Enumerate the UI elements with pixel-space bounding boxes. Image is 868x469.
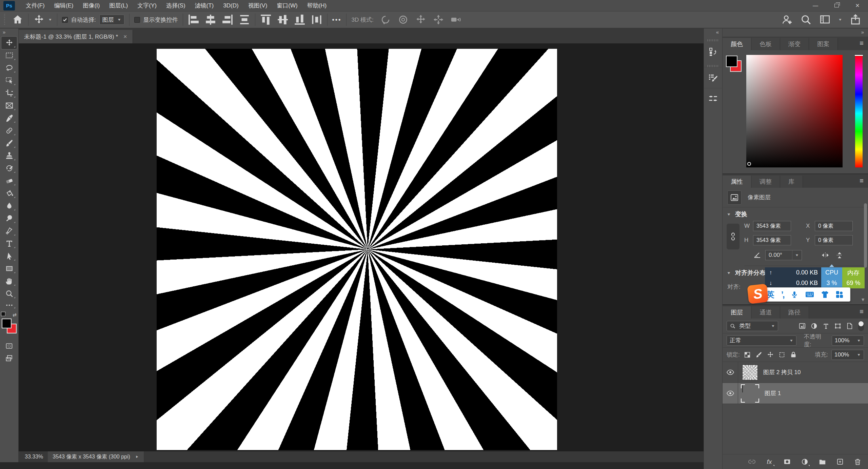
x-field[interactable]: 0 像素 <box>815 221 853 231</box>
tool-rectangular-marquee[interactable] <box>1 49 17 62</box>
tab-swatches[interactable]: 色板 <box>751 38 780 50</box>
delete-layer-icon[interactable] <box>853 457 862 466</box>
menu-item[interactable]: 3D(D) <box>218 0 243 12</box>
tab-gradients[interactable]: 渐变 <box>780 38 809 50</box>
dock-collapse-icon[interactable]: « <box>716 28 722 37</box>
align-horizontal-centers-icon[interactable] <box>205 14 216 25</box>
filter-adjustment-layers-icon[interactable] <box>809 321 819 331</box>
lock-image-pixels-icon[interactable] <box>755 350 763 360</box>
minimize-icon[interactable]: — <box>805 0 826 11</box>
quick-mask-button[interactable] <box>1 340 17 352</box>
tool-crop[interactable] <box>1 87 17 99</box>
tool-blur[interactable] <box>1 200 17 212</box>
link-layers-icon[interactable] <box>747 457 756 466</box>
layer-name[interactable]: 图层 2 拷贝 10 <box>763 368 801 376</box>
history-panel-icon[interactable] <box>704 41 723 62</box>
layer-row-selected[interactable]: 图层 1 <box>723 383 868 404</box>
hue-slider-indicator[interactable] <box>855 55 863 56</box>
panel-menu-icon[interactable]: ≡ <box>860 39 863 47</box>
chevron-down-icon[interactable]: ▼ <box>792 250 802 260</box>
ime-skin-icon[interactable] <box>821 291 829 298</box>
panel-menu-icon[interactable]: ≡ <box>860 308 863 315</box>
menu-item[interactable]: 帮助(H) <box>302 0 332 12</box>
align-top-edges-icon[interactable] <box>260 14 272 25</box>
opacity-dropdown[interactable]: 100% ▼ <box>832 335 864 346</box>
chevron-down-icon[interactable]: ▼ <box>727 212 731 216</box>
3d-orbit-icon[interactable] <box>380 14 391 25</box>
saturation-brightness-picker[interactable] <box>746 55 843 167</box>
link-dimensions-icon[interactable] <box>727 224 739 249</box>
layer-name[interactable]: 图层 1 <box>765 389 781 397</box>
dock-expand-icon[interactable]: » <box>861 28 868 37</box>
new-layer-icon[interactable] <box>835 457 844 466</box>
tool-object-selection[interactable] <box>1 74 17 87</box>
lock-all-icon[interactable] <box>789 350 797 360</box>
height-field[interactable]: 3543 像素 <box>753 235 791 245</box>
more-options-icon[interactable]: ••• <box>332 16 342 23</box>
tool-lasso[interactable] <box>1 62 17 74</box>
width-field[interactable]: 3543 像素 <box>753 221 791 231</box>
tool-move[interactable] <box>1 37 17 49</box>
tool-dodge[interactable] <box>1 212 17 225</box>
document-tab[interactable]: 未标题-1 @ 33.3% (图层 1, RGB/8) * × <box>19 30 133 43</box>
tab-properties[interactable]: 属性 <box>723 176 751 188</box>
tool-paint-bucket[interactable] <box>1 187 17 200</box>
align-bottom-edges-icon[interactable] <box>294 14 305 25</box>
visibility-eye-icon[interactable] <box>723 383 738 404</box>
align-left-edges-icon[interactable] <box>188 14 199 25</box>
chevron-down-icon[interactable]: ▼ <box>838 18 842 22</box>
filter-type-layers-icon[interactable] <box>821 321 831 331</box>
add-layer-mask-icon[interactable] <box>783 457 791 466</box>
menu-item[interactable]: 选择(S) <box>161 0 190 12</box>
screen-mode-button[interactable] <box>1 352 17 364</box>
tool-pen[interactable] <box>1 225 17 237</box>
menu-item[interactable]: 滤镜(T) <box>190 0 219 12</box>
layer-style-fx-icon[interactable]: fx <box>765 457 774 466</box>
brush-settings-panel-icon[interactable] <box>704 67 723 88</box>
fill-dropdown[interactable]: 100% ▼ <box>831 350 864 360</box>
align-right-edges-icon[interactable] <box>222 14 233 25</box>
menu-item[interactable]: 视图(V) <box>243 0 272 12</box>
3d-roll-icon[interactable] <box>397 14 409 25</box>
tool-type[interactable] <box>1 237 17 250</box>
toolbar-expand-icon[interactable]: » <box>0 28 5 37</box>
edit-toolbar-icon[interactable] <box>1 300 17 310</box>
tab-channels[interactable]: 通道 <box>751 306 780 319</box>
3d-camera-icon[interactable] <box>450 14 462 25</box>
auto-select-checkbox[interactable] <box>62 17 68 23</box>
workspace-icon[interactable] <box>819 14 831 25</box>
lock-position-icon[interactable] <box>766 350 774 360</box>
tool-spot-healing-brush[interactable] <box>1 124 17 137</box>
scroll-down-icon[interactable]: ▼ <box>861 297 865 302</box>
menu-item[interactable]: 文字(Y) <box>133 0 161 12</box>
tool-eraser[interactable] <box>1 175 17 187</box>
menu-item[interactable]: 编辑(E) <box>50 0 78 12</box>
tool-frame[interactable] <box>1 99 17 112</box>
menu-item[interactable]: 图层(L) <box>104 0 133 12</box>
layer-row[interactable]: 图层 2 拷贝 10 <box>723 362 868 383</box>
network-monitor-overlay[interactable]: ↑0.00 KB CPU 内存 ↓0.00 KB 3 % 69 % <box>765 267 865 288</box>
tool-brush[interactable] <box>1 137 17 149</box>
ime-punctuation-icon[interactable]: ’, <box>781 293 784 296</box>
filter-shape-layers-icon[interactable] <box>833 321 843 331</box>
align-vertical-centers-icon[interactable] <box>277 14 289 25</box>
panel-menu-icon[interactable]: ≡ <box>860 177 863 185</box>
color-picker-indicator[interactable] <box>747 162 751 166</box>
tool-eyedropper[interactable] <box>1 112 17 124</box>
share-icon[interactable] <box>850 14 861 25</box>
tab-color[interactable]: 颜色 <box>723 38 751 50</box>
swap-colors-icon[interactable]: ⇄ <box>13 312 17 318</box>
adjustment-layer-icon[interactable] <box>800 457 809 466</box>
tool-zoom[interactable] <box>1 287 17 300</box>
tool-path-selection[interactable] <box>1 250 17 262</box>
tool-rectangle-shape[interactable] <box>1 262 17 275</box>
tab-layers[interactable]: 图层 <box>723 306 751 319</box>
filter-pixel-layers-icon[interactable] <box>797 321 807 331</box>
layer-filter-dropdown[interactable]: 类型 ▼ <box>727 321 778 331</box>
y-field[interactable]: 0 像素 <box>815 235 853 245</box>
tool-history-brush[interactable] <box>1 162 17 175</box>
chevron-down-icon[interactable]: ▼ <box>48 18 52 22</box>
menu-item[interactable]: 窗口(W) <box>272 0 302 12</box>
canvas-viewport[interactable] <box>19 43 704 451</box>
ime-keyboard-icon[interactable] <box>805 291 814 298</box>
